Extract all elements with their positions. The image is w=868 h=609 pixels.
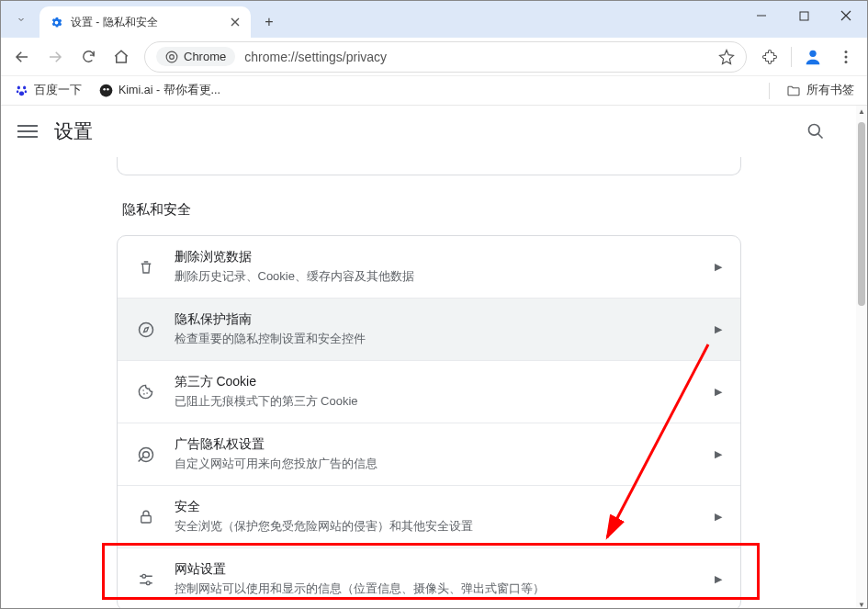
- svg-point-3: [170, 54, 175, 59]
- scroll-down-button[interactable]: ▼: [856, 599, 867, 609]
- row-third-party-cookies[interactable]: 第三方 Cookie已阻止无痕模式下的第三方 Cookie ▶: [118, 360, 740, 423]
- url-text: chrome://settings/privacy: [244, 50, 709, 64]
- chrome-icon: [165, 51, 178, 63]
- baidu-icon: [14, 84, 28, 98]
- all-bookmarks-button[interactable]: 所有书签: [786, 83, 854, 98]
- settings-app-bar: 设置: [1, 106, 867, 157]
- settings-card: 删除浏览数据删除历史记录、Cookie、缓存内容及其他数据 ▶ 隐私保护指南检查…: [117, 235, 741, 609]
- separator: [791, 47, 792, 67]
- minimize-button[interactable]: [740, 1, 783, 30]
- svg-point-15: [809, 125, 820, 136]
- chevron-right-icon: ▶: [715, 573, 722, 585]
- svg-rect-1: [800, 12, 808, 20]
- row-security[interactable]: 安全安全浏览（保护您免受危险网站的侵害）和其他安全设置 ▶: [118, 485, 740, 547]
- back-button[interactable]: [6, 41, 38, 73]
- chevron-right-icon: ▶: [715, 511, 722, 523]
- svg-line-16: [818, 134, 823, 139]
- tab-dropdown-button[interactable]: [6, 5, 36, 34]
- menu-button[interactable]: [830, 41, 862, 73]
- browser-toolbar: Chrome chrome://settings/privacy: [1, 38, 867, 76]
- bookmark-star-button[interactable]: [718, 49, 735, 65]
- section-heading: 隐私和安全: [122, 201, 741, 219]
- svg-point-8: [17, 86, 19, 90]
- row-title: 隐私保护指南: [175, 311, 696, 328]
- row-desc: 已阻止无痕模式下的第三方 Cookie: [175, 393, 696, 410]
- settings-scroll-area: 隐私和安全 删除浏览数据删除历史记录、Cookie、缓存内容及其他数据 ▶ 隐私…: [1, 157, 856, 609]
- gear-icon: [49, 15, 63, 29]
- row-desc: 自定义网站可用来向您投放广告的信息: [175, 456, 696, 472]
- address-bar[interactable]: Chrome chrome://settings/privacy: [144, 41, 747, 73]
- svg-point-5: [845, 51, 848, 53]
- maximize-button[interactable]: [783, 1, 825, 30]
- svg-point-4: [809, 50, 816, 56]
- svg-point-12: [99, 85, 112, 97]
- row-ad-privacy[interactable]: 广告隐私权设置自定义网站可用来向您投放广告的信息 ▶: [118, 423, 740, 485]
- svg-point-10: [16, 90, 18, 93]
- row-clear-browsing-data[interactable]: 删除浏览数据删除历史记录、Cookie、缓存内容及其他数据 ▶: [118, 236, 740, 298]
- row-title: 安全: [175, 499, 696, 515]
- compass-icon: [136, 321, 156, 339]
- settings-search-button[interactable]: [799, 115, 832, 148]
- svg-point-17: [139, 322, 152, 336]
- partial-card-above: [117, 157, 741, 175]
- vertical-scrollbar[interactable]: ▲ ▼: [856, 106, 867, 609]
- lock-icon: [136, 509, 156, 525]
- chevron-right-icon: ▶: [715, 386, 722, 398]
- svg-point-6: [845, 55, 848, 58]
- forward-button[interactable]: [39, 41, 71, 73]
- row-desc: 检查重要的隐私控制设置和安全控件: [175, 331, 696, 347]
- svg-point-9: [23, 86, 26, 90]
- settings-title: 设置: [54, 118, 93, 144]
- kimi-icon: [98, 84, 113, 98]
- svg-point-7: [845, 61, 848, 63]
- site-chip[interactable]: Chrome: [156, 47, 235, 66]
- svg-point-26: [141, 574, 145, 578]
- extensions-button[interactable]: [754, 41, 785, 73]
- separator: [769, 83, 770, 99]
- svg-point-13: [103, 88, 106, 91]
- settings-menu-button[interactable]: [17, 121, 38, 141]
- svg-point-27: [146, 581, 150, 584]
- tab-title: 设置 - 隐私和安全: [71, 15, 221, 30]
- new-tab-button[interactable]: +: [256, 9, 282, 35]
- close-window-button[interactable]: [825, 1, 867, 30]
- bookmark-label: 百度一下: [34, 83, 82, 98]
- chevron-right-icon: ▶: [715, 448, 722, 460]
- browser-tab[interactable]: 设置 - 隐私和安全: [39, 6, 251, 38]
- svg-point-18: [142, 389, 144, 391]
- bookmark-baidu[interactable]: 百度一下: [14, 83, 82, 98]
- bookmark-label: Kimi.ai - 帮你看更...: [118, 83, 220, 98]
- scrollbar-thumb[interactable]: [858, 122, 865, 306]
- row-title: 删除浏览数据: [175, 249, 696, 265]
- svg-point-19: [143, 393, 145, 395]
- folder-icon: [786, 84, 801, 98]
- chevron-right-icon: ▶: [715, 323, 722, 335]
- svg-point-20: [146, 392, 148, 394]
- bookmark-kimi[interactable]: Kimi.ai - 帮你看更...: [98, 83, 220, 98]
- profile-button[interactable]: [797, 41, 829, 73]
- svg-point-11: [24, 90, 27, 93]
- window-controls: [740, 1, 867, 38]
- all-bookmarks-label: 所有书签: [806, 83, 854, 98]
- row-site-settings[interactable]: 网站设置控制网站可以使用和显示的信息（位置信息、摄像头、弹出式窗口等） ▶: [118, 547, 740, 609]
- cookie-icon: [136, 383, 156, 400]
- bookmarks-bar: 百度一下 Kimi.ai - 帮你看更... 所有书签: [1, 76, 867, 106]
- trash-icon: [136, 259, 156, 276]
- scroll-up-button[interactable]: ▲: [856, 106, 867, 117]
- sliders-icon: [136, 571, 156, 588]
- chip-label: Chrome: [184, 50, 226, 63]
- page-content: 设置 隐私和安全 删除浏览数据删除历史记录、Cookie、缓存内容及其他数据 ▶…: [1, 106, 867, 609]
- target-icon: [136, 445, 156, 464]
- close-tab-button[interactable]: [229, 16, 242, 28]
- row-desc: 删除历史记录、Cookie、缓存内容及其他数据: [175, 268, 696, 285]
- row-privacy-guide[interactable]: 隐私保护指南检查重要的隐私控制设置和安全控件 ▶: [118, 298, 740, 360]
- row-title: 广告隐私权设置: [175, 436, 696, 453]
- title-bar: 设置 - 隐私和安全 +: [1, 1, 867, 38]
- reload-button[interactable]: [73, 41, 104, 73]
- home-button[interactable]: [106, 41, 137, 73]
- row-title: 网站设置: [175, 561, 696, 578]
- svg-point-14: [107, 88, 109, 91]
- row-desc: 控制网站可以使用和显示的信息（位置信息、摄像头、弹出式窗口等）: [175, 581, 696, 597]
- row-title: 第三方 Cookie: [175, 374, 696, 390]
- chevron-right-icon: ▶: [715, 261, 722, 273]
